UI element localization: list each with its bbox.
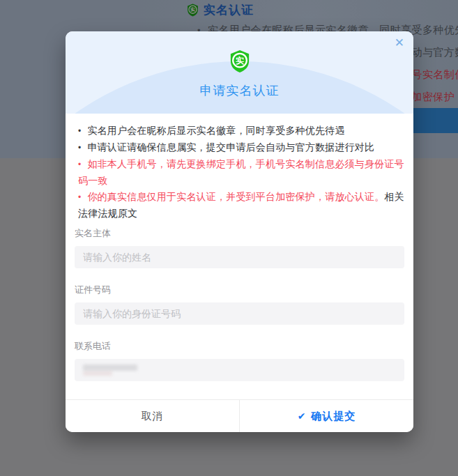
bullet-glyph: • bbox=[78, 143, 81, 153]
cancel-button[interactable]: 取消 bbox=[66, 400, 239, 432]
real-name-auth-modal: ✕ 实 申请实名认证 •实名用户会在昵称后显示实名徽章，同时享受多种优先待遇•申… bbox=[66, 31, 413, 432]
confirm-submit-button[interactable]: ✔ 确认提交 bbox=[239, 400, 413, 432]
note-text: 实名用户会在昵称后显示实名徽章，同时享受多种优先待遇 bbox=[87, 125, 344, 136]
badge-wrap: 实 bbox=[66, 49, 413, 73]
note-text: 申请认证请确保信息属实，提交申请后会自动与官方数据进行对比 bbox=[87, 141, 374, 153]
form-field: 实名主体 bbox=[75, 227, 404, 268]
field-label: 实名主体 bbox=[75, 227, 404, 240]
id-number-field[interactable] bbox=[75, 302, 404, 325]
form-fields: 实名主体证件号码联系电话 bbox=[75, 227, 404, 381]
masked-phone-value bbox=[83, 364, 137, 376]
note-item: •申请认证请确保信息属实，提交申请后会自动与官方数据进行对比 bbox=[75, 139, 404, 156]
modal-header: ✕ 实 申请实名认证 bbox=[66, 31, 413, 114]
mask-blob bbox=[83, 364, 137, 371]
modal-footer: 取消 ✔ 确认提交 bbox=[66, 399, 413, 432]
note-text: 如非本人手机号，请先更换绑定手机，手机号实名制信息必须与身份证号码一致 bbox=[78, 158, 404, 186]
notes-list: •实名用户会在昵称后显示实名徽章，同时享受多种优先待遇•申请认证请确保信息属实，… bbox=[75, 123, 404, 222]
note-text: 你的真实信息仅用于实名认证，并受到平台加密保护，请放心认证。 bbox=[87, 191, 384, 202]
note-item: •你的真实信息仅用于实名认证，并受到平台加密保护，请放心认证。相关法律法规原文 bbox=[75, 189, 404, 222]
note-item: •如非本人手机号，请先更换绑定手机，手机号实名制信息必须与身份证号码一致 bbox=[75, 156, 404, 189]
close-icon[interactable]: ✕ bbox=[395, 37, 404, 49]
modal-body: •实名用户会在昵称后显示实名徽章，同时享受多种优先待遇•申请认证请确保信息属实，… bbox=[66, 114, 413, 399]
form-field: 联系电话 bbox=[75, 340, 404, 381]
check-icon: ✔ bbox=[298, 410, 307, 422]
name-field[interactable] bbox=[75, 246, 404, 268]
note-item: •实名用户会在昵称后显示实名徽章，同时享受多种优先待遇 bbox=[75, 123, 404, 139]
field-label: 联系电话 bbox=[75, 340, 404, 353]
mask-blob bbox=[83, 371, 112, 376]
input-wrap bbox=[75, 302, 404, 325]
real-name-badge-icon: 实 bbox=[229, 49, 250, 73]
svg-text:实: 实 bbox=[235, 56, 243, 66]
field-label: 证件号码 bbox=[75, 284, 404, 296]
confirm-submit-label: 确认提交 bbox=[311, 410, 356, 423]
input-wrap bbox=[75, 359, 404, 381]
input-wrap bbox=[75, 246, 404, 268]
form-field: 证件号码 bbox=[75, 284, 404, 325]
bullet-glyph: • bbox=[78, 160, 81, 169]
bullet-glyph: • bbox=[78, 192, 81, 202]
bullet-glyph: • bbox=[78, 126, 81, 136]
modal-title: 申请实名认证 bbox=[66, 82, 413, 99]
screen: 实 实名认证 •实名用户会在昵称后显示实名徽章，同时享受多种优先待遇•申请认证请… bbox=[0, 0, 458, 476]
